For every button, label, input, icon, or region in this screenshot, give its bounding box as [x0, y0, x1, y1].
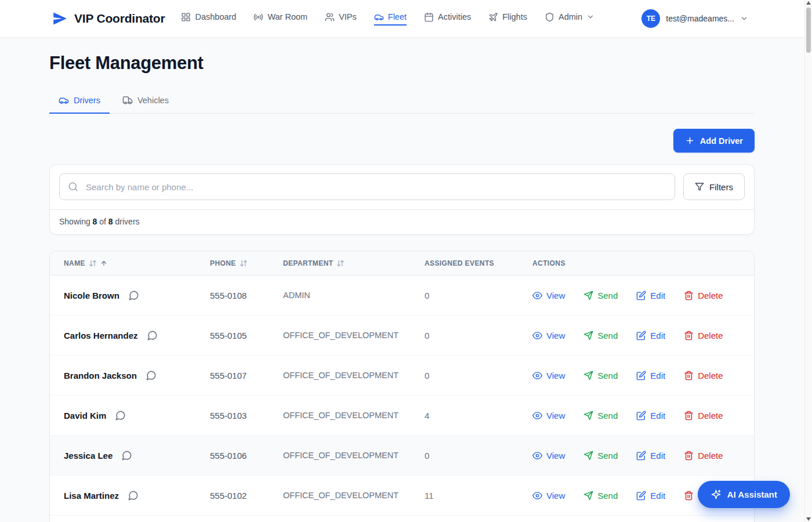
driver-phone: 555-0108	[210, 291, 283, 300]
page-title: Fleet Management	[49, 53, 755, 74]
sparkles-icon	[710, 489, 722, 500]
delete-button[interactable]: Delete	[684, 411, 723, 420]
edit-label: Edit	[650, 331, 665, 340]
nav-item-dashboard[interactable]: Dashboard	[181, 12, 236, 26]
send-button[interactable]: Send	[583, 411, 618, 420]
paper-plane-logo-icon	[51, 10, 68, 27]
table-row: Brandon Jackson 555-0107 OFFICE_OF_DEVEL…	[50, 356, 754, 396]
ai-assistant-button[interactable]: AI Assistant	[698, 481, 790, 508]
scrollbar-thumb[interactable]	[806, 8, 811, 53]
view-button[interactable]: View	[532, 291, 565, 300]
driver-name: David Kim	[64, 411, 106, 420]
row-actions: View Send Edit Delete	[524, 331, 754, 340]
assigned-events-count: 0	[425, 451, 524, 461]
edit-pencil-icon	[636, 291, 646, 300]
results-summary: Showing 8 of 8 drivers	[50, 209, 754, 234]
view-button[interactable]: View	[532, 331, 565, 340]
assigned-events-count: 0	[425, 371, 524, 380]
edit-label: Edit	[650, 291, 665, 300]
send-plane-icon	[583, 491, 593, 501]
delete-button[interactable]: Delete	[684, 331, 723, 340]
edit-button[interactable]: Edit	[636, 291, 665, 300]
driver-department: ADMIN	[283, 291, 425, 300]
delete-button[interactable]: Delete	[684, 371, 723, 380]
nav-item-war-room[interactable]: War Room	[253, 12, 307, 26]
edit-button[interactable]: Edit	[636, 371, 665, 380]
chat-bubble-icon[interactable]	[146, 370, 157, 381]
page-scrollbar[interactable]	[804, 0, 812, 522]
delete-button[interactable]: Delete	[684, 451, 723, 461]
view-label: View	[546, 411, 565, 420]
chat-bubble-icon[interactable]	[128, 290, 139, 301]
dashboard-icon	[181, 12, 191, 22]
name-cell: Carlos Hernandez	[64, 330, 210, 341]
column-header-name[interactable]: NAME	[64, 259, 210, 267]
edit-label: Edit	[650, 411, 665, 420]
chat-bubble-icon[interactable]	[115, 410, 126, 421]
driver-phone: 555-0103	[210, 411, 283, 420]
chat-bubble-icon[interactable]	[128, 490, 139, 501]
send-button[interactable]: Send	[583, 451, 618, 461]
user-email: test@madeames...	[666, 14, 734, 23]
column-header-assigned-events: ASSIGNED EVENTS	[425, 259, 524, 267]
search-input[interactable]	[59, 173, 675, 200]
nav-item-admin[interactable]: Admin	[545, 12, 594, 26]
filter-funnel-icon	[695, 182, 704, 191]
edit-pencil-icon	[636, 491, 646, 501]
send-button[interactable]: Send	[583, 331, 618, 340]
send-button[interactable]: Send	[583, 371, 618, 380]
send-button[interactable]: Send	[583, 291, 618, 300]
view-button[interactable]: View	[532, 451, 565, 461]
nav-item-flights[interactable]: Flights	[488, 12, 527, 26]
driver-department: OFFICE_OF_DEVELOPMENT	[283, 451, 425, 460]
chevron-down-icon	[740, 14, 748, 23]
edit-button[interactable]: Edit	[636, 491, 665, 501]
column-label: DEPARTMENT	[283, 259, 333, 267]
driver-department: OFFICE_OF_DEVELOPMENT	[283, 411, 425, 420]
add-driver-button[interactable]: Add Driver	[673, 129, 755, 153]
name-cell: Brandon Jackson	[64, 370, 210, 381]
chat-bubble-icon[interactable]	[121, 450, 132, 461]
column-label: NAME	[64, 259, 85, 267]
nav-item-fleet[interactable]: Fleet	[374, 12, 407, 26]
nav-item-activities[interactable]: Activities	[424, 12, 471, 26]
delete-label: Delete	[698, 291, 723, 300]
edit-label: Edit	[650, 371, 665, 380]
nav-item-vips[interactable]: VIPs	[325, 12, 357, 26]
trash-icon	[684, 411, 694, 420]
view-button[interactable]: View	[532, 411, 565, 420]
add-driver-label: Add Driver	[700, 136, 743, 146]
tab-vehicles[interactable]: Vehicles	[113, 95, 178, 114]
brand[interactable]: VIP Coordinator	[51, 10, 165, 27]
edit-button[interactable]: Edit	[636, 451, 665, 461]
driver-name: Carlos Hernandez	[64, 331, 138, 340]
edit-button[interactable]: Edit	[636, 331, 665, 340]
user-menu[interactable]: TE test@madeames...	[641, 9, 748, 28]
app-title: VIP Coordinator	[74, 12, 165, 26]
edit-button[interactable]: Edit	[636, 411, 665, 420]
summary-text: of	[99, 217, 106, 226]
chat-bubble-icon[interactable]	[147, 330, 158, 341]
view-button[interactable]: View	[532, 491, 565, 501]
driver-phone: 555-0102	[210, 491, 283, 501]
eye-icon	[532, 491, 542, 501]
driver-department: OFFICE_OF_DEVELOPMENT	[283, 331, 425, 340]
driver-department: OFFICE_OF_DEVELOPMENT	[283, 491, 425, 500]
send-plane-icon	[583, 451, 593, 461]
view-button[interactable]: View	[532, 371, 565, 380]
scroll-up-arrow-icon[interactable]	[806, 1, 811, 5]
edit-pencil-icon	[636, 451, 646, 461]
name-cell: Jessica Lee	[64, 450, 210, 461]
view-label: View	[546, 451, 565, 461]
driver-name: Lisa Martinez	[64, 491, 119, 501]
column-header-department[interactable]: DEPARTMENT	[283, 259, 425, 267]
tab-drivers[interactable]: Drivers	[49, 95, 110, 114]
column-header-phone[interactable]: PHONE	[210, 259, 283, 267]
send-plane-icon	[583, 371, 593, 380]
send-plane-icon	[583, 411, 593, 420]
column-label: PHONE	[210, 259, 236, 267]
send-button[interactable]: Send	[583, 491, 618, 501]
delete-button[interactable]: Delete	[684, 291, 723, 300]
filters-button[interactable]: Filters	[683, 173, 745, 200]
scroll-down-arrow-icon[interactable]	[806, 517, 811, 521]
